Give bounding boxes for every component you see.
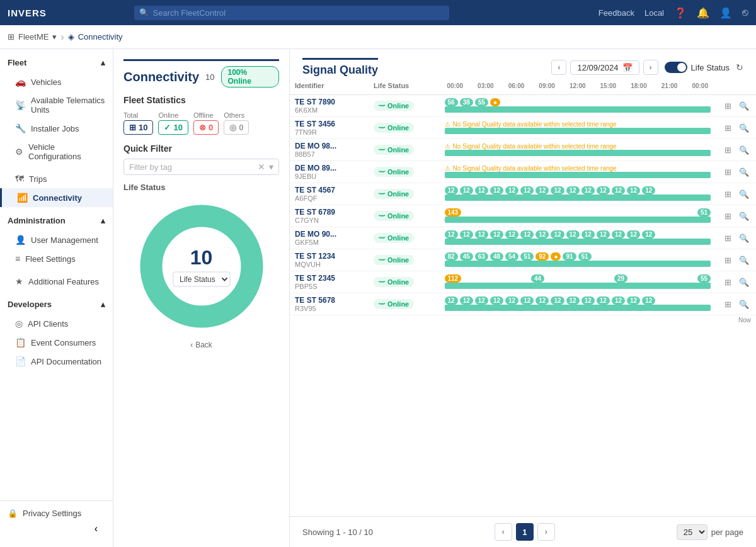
stat-online: Online ✓ 10	[158, 111, 188, 135]
logout-icon[interactable]: ⎋	[742, 7, 748, 18]
table-icon-0[interactable]: ⊞	[721, 99, 735, 113]
donut-select[interactable]: Life Status	[173, 272, 230, 287]
sidebar-item-installer[interactable]: 🔧 Installer Jobs	[0, 119, 113, 138]
privacy-label: Privacy Settings	[23, 509, 81, 518]
sidebar-collapse-btn[interactable]: ‹	[8, 518, 105, 539]
table-icon-6[interactable]: ⊞	[721, 231, 735, 245]
calendar-icon[interactable]: 📅	[622, 63, 633, 72]
sidebar-item-telematics[interactable]: 📡 Available Telematics Units	[0, 91, 113, 119]
table-icon-8[interactable]: ⊞	[721, 275, 735, 289]
per-page-select[interactable]: 25	[677, 524, 707, 540]
search-row-icon-2[interactable]: 🔍	[737, 143, 751, 157]
sidebar-item-event-consumers[interactable]: 📋 Event Consumers	[0, 333, 113, 352]
timeline-cell-6: 1212121212121212121212121212	[440, 227, 716, 249]
search-bar[interactable]: 🔍	[134, 6, 449, 20]
badge-4-8: 12	[566, 186, 580, 195]
search-row-icon-0[interactable]: 🔍	[737, 99, 751, 113]
sidebar-fleet-header[interactable]: Fleet ▴	[0, 53, 113, 72]
sidebar-item-vehicle-config[interactable]: ⚙ Vehicle Configurations	[0, 138, 113, 166]
timeline-wrap-4: 1212121212121212121212121212	[445, 186, 711, 201]
sidebar-item-connectivity[interactable]: 📶 Connectivity	[0, 188, 113, 207]
page-prev-btn[interactable]: ‹	[495, 523, 512, 541]
breadcrumb-connectivity-label: Connectivity	[78, 32, 123, 42]
search-row-icon-8[interactable]: 🔍	[737, 275, 751, 289]
feedback-btn[interactable]: Feedback	[598, 8, 634, 18]
stat-others: Others ◎ 0	[224, 111, 249, 135]
sidebar-dev-header[interactable]: Developers ▴	[0, 295, 113, 314]
locale-btn[interactable]: Local	[644, 8, 664, 18]
no-signal-text-2: No Signal Quality data available within …	[453, 143, 617, 150]
timeline-cell-0: 563855●	[440, 95, 716, 117]
timeline-wrap-6: 1212121212121212121212121212	[445, 230, 711, 245]
filter-input-wrap[interactable]: ✕ ▾	[123, 159, 279, 175]
online-pill-5: 〰Online	[374, 211, 414, 221]
page-next-btn[interactable]: ›	[537, 523, 555, 541]
table-icon-4[interactable]: ⊞	[721, 187, 735, 201]
user-icon[interactable]: 👤	[719, 7, 732, 19]
sidebar-item-fleet-settings[interactable]: ≡ Fleet Settings	[0, 249, 113, 268]
table-icon-5[interactable]: ⊞	[721, 209, 735, 223]
actions-cell-5: ⊞ 🔍	[716, 205, 756, 227]
timeline-bar-6	[445, 239, 711, 245]
clear-filter-icon[interactable]: ✕	[258, 162, 265, 172]
status-cell-6: 〰Online	[369, 227, 440, 249]
search-row-icon-9[interactable]: 🔍	[737, 297, 751, 311]
chevron-down-icon: ▾	[52, 32, 57, 42]
donut-number: 10	[173, 246, 230, 269]
table-icon-1[interactable]: ⊞	[721, 121, 735, 135]
badge-0-1: 38	[460, 98, 473, 106]
badge-5-0: 143	[445, 208, 462, 217]
date-prev-btn[interactable]: ‹	[551, 60, 566, 75]
page-1-btn[interactable]: 1	[516, 523, 534, 541]
sidebar-item-trips[interactable]: 🗺 Trips	[0, 169, 113, 188]
right-panel: Signal Quality ‹ 12/09/2024 📅 › Life Sta…	[290, 49, 756, 547]
sidebar-item-vehicles[interactable]: 🚗 Vehicles	[0, 72, 113, 91]
table-icon-2[interactable]: ⊞	[721, 143, 735, 157]
user-management-icon: 👤	[15, 235, 26, 245]
sidebar-item-additional[interactable]: ★ Additional Features	[0, 272, 113, 291]
now-label: Now	[290, 315, 756, 325]
search-row-icon-3[interactable]: 🔍	[737, 165, 751, 179]
sidebar-item-api-clients[interactable]: ◎ API Clients	[0, 314, 113, 333]
help-icon[interactable]: ❓	[674, 7, 687, 19]
panel-title-text: Connectivity	[123, 70, 199, 84]
breadcrumb-bar: ⊞ FleetME ▾ › ◈ Connectivity	[0, 25, 756, 49]
sidebar-item-api-docs[interactable]: 📄 API Documentation	[0, 352, 113, 371]
time-2100: 21:00	[662, 82, 678, 89]
sidebar-admin-header[interactable]: Administration ▴	[0, 211, 113, 230]
search-row-icon-5[interactable]: 🔍	[737, 209, 751, 223]
online-pill-7: 〰Online	[374, 255, 414, 265]
search-row-icon-7[interactable]: 🔍	[737, 253, 751, 267]
dropdown-filter-icon[interactable]: ▾	[269, 162, 273, 172]
search-input[interactable]	[134, 6, 449, 20]
chevron-left-back-icon: ‹	[190, 341, 193, 349]
online-wave-icon-8: 〰	[379, 279, 385, 286]
online-pill-8: 〰Online	[374, 277, 414, 287]
identifier-sub-2: 88B57	[295, 150, 364, 158]
badge-0-2: 55	[475, 98, 488, 106]
badge-8-1: 44	[531, 274, 544, 283]
life-status-toggle[interactable]	[665, 62, 687, 73]
identifier-cell-4: TE ST 4567A6FQF	[290, 183, 369, 205]
search-row-icon-4[interactable]: 🔍	[737, 187, 751, 201]
notification-icon[interactable]: 🔔	[697, 7, 709, 19]
table-icon-7[interactable]: ⊞	[721, 253, 735, 267]
search-row-icon-1[interactable]: 🔍	[737, 121, 751, 135]
date-next-btn[interactable]: ›	[643, 60, 658, 75]
sidebar-item-user-management[interactable]: 👤 User Management	[0, 230, 113, 249]
search-row-icon-6[interactable]: 🔍	[737, 231, 751, 245]
badge-7-9: 51	[578, 252, 592, 261]
back-button[interactable]: ‹ Back	[123, 341, 279, 349]
privacy-settings-item[interactable]: 🔒 Privacy Settings	[8, 509, 105, 518]
badge-4-10: 12	[597, 186, 610, 195]
top-nav-right: Feedback Local ❓ 🔔 👤 ⎋	[598, 7, 748, 19]
chevron-left-icon: ‹	[94, 523, 98, 534]
showing-text: Showing 1 - 10 / 10	[302, 527, 373, 537]
refresh-btn[interactable]: ↻	[736, 62, 743, 72]
date-nav: ‹ 12/09/2024 📅 ›	[551, 60, 658, 75]
filter-input[interactable]	[129, 162, 258, 172]
badge-6-8: 12	[566, 230, 580, 239]
breadcrumb-fleetme[interactable]: ⊞ FleetME ▾	[8, 32, 57, 42]
table-icon-3[interactable]: ⊞	[721, 165, 735, 179]
table-icon-9[interactable]: ⊞	[721, 297, 735, 311]
